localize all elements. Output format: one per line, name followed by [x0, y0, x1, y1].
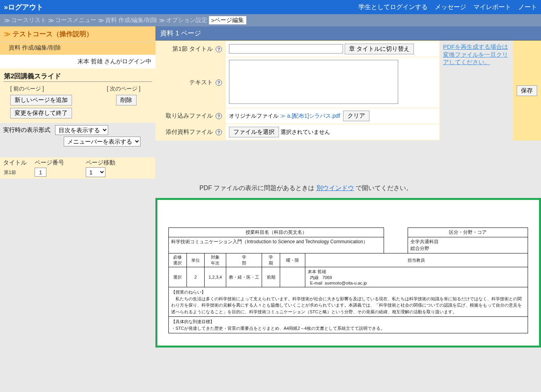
breadcrumb: ≫コースリスト ≫コースメニュー ≫資料 作成/編集/削除 ≫オプション設定 >…	[0, 14, 541, 26]
text-input[interactable]	[229, 60, 398, 104]
top-bar: » ログアウト 学生としてログインする メッセージ マイレポート ノート	[0, 0, 541, 14]
clear-button[interactable]: クリア	[343, 111, 369, 121]
runtime-display-label: 実行時の表示形式	[3, 126, 50, 134]
new-window-link[interactable]: 別ウインドウ	[316, 185, 354, 191]
crumb-coursemenu[interactable]: ≫コースメニュー	[48, 17, 96, 24]
next-page-link[interactable]: [ 次のページ ]	[107, 85, 140, 92]
section-title-label: 第1節 タイトル	[172, 45, 213, 52]
pdf-page: 授業科目名（科目の英文名） 科学技術コミュニケーション入門（Introducti…	[157, 200, 539, 337]
import-file-label: 取り込みファイル	[166, 112, 213, 119]
no-file-text: 選択されていません	[281, 129, 330, 135]
chapter-switch-button[interactable]: 章 タイトルに切り替え	[345, 44, 414, 54]
add-page-button[interactable]: 新しいページを追加	[10, 95, 72, 105]
section-title-input[interactable]	[229, 44, 343, 54]
logout-link[interactable]: ログアウト	[8, 2, 43, 12]
save-exit-button[interactable]: 変更を保存して終了	[10, 108, 72, 118]
page-move-select[interactable]: 1	[86, 167, 105, 177]
crumb-courselist[interactable]: ≫コースリスト	[4, 17, 46, 24]
student-login-link[interactable]: 学生としてログインする	[358, 3, 428, 11]
pagemove-header: ページ移動	[86, 159, 115, 166]
section-title-value: 第1節	[3, 170, 16, 175]
course-title: ≫ テストコース（操作説明）	[0, 26, 155, 42]
prev-page-link[interactable]: [ 前のページ ]	[10, 85, 44, 92]
form-table: 第1節 タイトル ? 章 タイトルに切り替え テキスト ?	[155, 41, 440, 141]
help-icon[interactable]: ?	[216, 80, 222, 86]
chevron-icon: »	[4, 3, 6, 11]
sidebar: ≫ テストコース（操作説明） 資料 作成/編集/削除 末本 哲雄 さんがログイン…	[0, 26, 155, 179]
pdf-viewer[interactable]: 授業科目名（科目の英文名） 科学技術コミュニケーション入門（Introducti…	[155, 198, 541, 348]
notes-link[interactable]: ノート	[518, 3, 537, 11]
save-button[interactable]: 保存	[517, 85, 537, 96]
crumb-options[interactable]: ≫オプション設定	[159, 17, 207, 24]
course-subtitle: 資料 作成/編集/削除	[0, 42, 155, 55]
user-status: 末本 哲雄 さんがログイン中	[0, 55, 155, 68]
myreport-link[interactable]: マイレポート	[473, 3, 511, 11]
help-icon[interactable]: ?	[216, 129, 222, 135]
content-area: 資料 1 ページ 第1節 タイトル ? 章 タイトルに切り替え テキスト	[155, 26, 541, 141]
delete-page-button[interactable]: 削除	[116, 95, 137, 105]
messages-link[interactable]: メッセージ	[435, 3, 466, 11]
content-header: 資料 1 ページ	[155, 26, 541, 41]
help-icon[interactable]: ?	[216, 46, 222, 52]
crumb-material[interactable]: ≫資料 作成/編集/削除	[98, 17, 157, 24]
help-icon[interactable]: ?	[216, 113, 222, 119]
pdf-display-note: PDF ファイルの表示に問題があるときは 別ウインドウ で開いてください。	[0, 179, 541, 198]
pdf-regen-note: PDFを再生成する場合は変換ファイルを一旦クリアしてください。	[440, 41, 513, 141]
menubar-select[interactable]: メニューバーを表示する	[64, 137, 140, 146]
file-link[interactable]: ≫ a.[配布1]シラバス.pdf	[280, 113, 340, 119]
pagenum-header: ページ番号	[35, 159, 86, 166]
title-header: タイトル	[3, 159, 35, 166]
text-label: テキスト	[189, 79, 213, 85]
crumb-page-edit: > ページ編集	[209, 16, 247, 24]
attach-file-label: 添付資料ファイル	[166, 128, 213, 135]
toc-select[interactable]: 目次を表示する	[55, 125, 108, 135]
page-number-box[interactable]: 1	[35, 168, 46, 177]
original-file-label: オリジナルファイル	[229, 113, 279, 119]
slide-title: 第2回講義スライド	[3, 70, 152, 82]
choose-file-button[interactable]: ファイルを選択	[229, 127, 279, 137]
